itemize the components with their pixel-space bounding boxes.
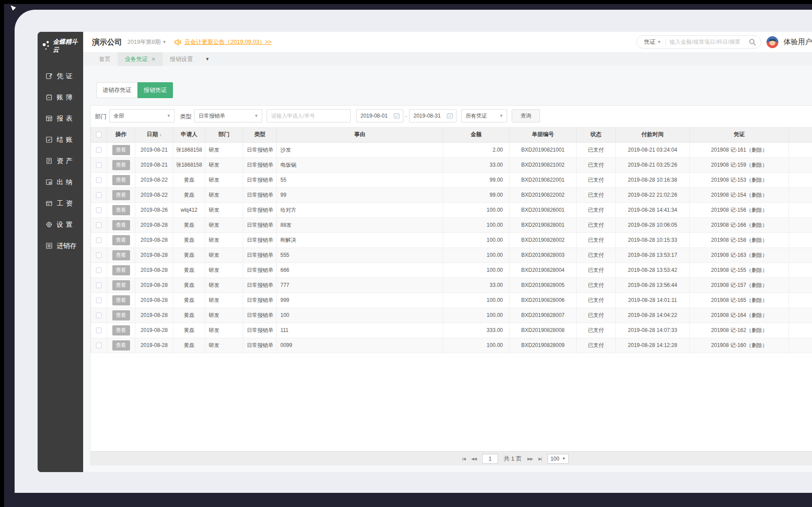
- next-page-icon[interactable]: ▶▶: [528, 457, 533, 461]
- row-checkbox[interactable]: [96, 343, 102, 348]
- page-number-input[interactable]: [482, 454, 498, 464]
- sort-desc-icon[interactable]: ↓: [159, 132, 161, 137]
- view-button[interactable]: 查看: [112, 250, 130, 260]
- select-all-checkbox[interactable]: [96, 132, 102, 137]
- row-checkbox[interactable]: [96, 177, 102, 183]
- view-button[interactable]: 查看: [112, 340, 130, 351]
- voucher-state-select[interactable]: 所有凭证▼: [461, 109, 507, 122]
- cell: 201908 记-162（删除）: [690, 323, 789, 338]
- row-checkbox[interactable]: [96, 147, 102, 153]
- view-button[interactable]: 查看: [112, 220, 130, 230]
- sidebar-item-asset[interactable]: 资产: [38, 150, 83, 172]
- sidebar-item-closing[interactable]: 结账: [38, 129, 83, 150]
- cell: 201908 记-165（删除）: [690, 293, 789, 308]
- voucher-type-switch: 进销存凭证 报销凭证: [96, 82, 173, 98]
- cell: 100.00: [443, 308, 509, 323]
- close-icon[interactable]: ✕: [151, 56, 156, 62]
- view-button[interactable]: 查看: [112, 190, 130, 200]
- view-button[interactable]: 查看: [112, 295, 130, 305]
- tab-0[interactable]: 首页: [92, 52, 118, 66]
- cell: 2019-08-22: [135, 187, 173, 202]
- cell: 黄磊: [173, 293, 205, 308]
- row-checkbox[interactable]: [96, 222, 102, 228]
- chevron-down-icon[interactable]: ▼: [657, 40, 661, 44]
- cell: 201908 记-161（删除）: [690, 142, 789, 157]
- cell-filler: [789, 142, 812, 157]
- row-select-cell: [91, 323, 107, 338]
- last-page-icon[interactable]: ▶|: [538, 457, 541, 461]
- sidebar-item-report[interactable]: 报表: [38, 108, 83, 129]
- search-icon[interactable]: [749, 38, 756, 46]
- sidebar-item-cashier[interactable]: 出纳: [38, 172, 83, 193]
- col-header: 申请人: [173, 127, 205, 142]
- row-checkbox[interactable]: [96, 207, 102, 213]
- row-checkbox[interactable]: [96, 252, 102, 258]
- view-button[interactable]: 查看: [112, 235, 130, 245]
- applicant-search-input[interactable]: [271, 113, 346, 119]
- sidebar-item-label: 设置: [57, 221, 75, 229]
- date-from-picker[interactable]: 2019-08-01: [356, 109, 403, 122]
- cell: 100.00: [443, 248, 509, 263]
- view-button[interactable]: 查看: [112, 205, 130, 215]
- search-scope-select[interactable]: 凭证: [644, 38, 655, 46]
- cell: 研发: [205, 263, 243, 278]
- page-size-select[interactable]: 100▼: [548, 454, 569, 464]
- row-select-cell: [91, 142, 107, 157]
- cell: 100: [277, 308, 443, 323]
- type-select[interactable]: 日常报销单▼: [194, 109, 262, 122]
- app-window: 金蝶精斗云 凭证账簿报表结账资产出纳工资设置进销存 演示公司 2019年第8期 …: [15, 10, 812, 493]
- cell: 已支付: [577, 172, 616, 187]
- period-selector[interactable]: 2019年第8期: [127, 38, 161, 46]
- voucher-icon: [46, 72, 53, 80]
- view-button[interactable]: 查看: [112, 265, 130, 275]
- chevron-down-icon[interactable]: ▼: [162, 40, 166, 44]
- table-row: 查看2019-08-26wlq412研发日常报销单给对方100.00BXD201…: [91, 202, 812, 217]
- view-button[interactable]: 查看: [112, 160, 130, 170]
- tab-1[interactable]: 业务凭证✕: [118, 52, 163, 66]
- row-checkbox[interactable]: [96, 297, 102, 303]
- sidebar-item-settings[interactable]: 设置: [38, 214, 83, 235]
- row-action-cell: 查看: [107, 217, 135, 233]
- tab-purchase-sale-voucher[interactable]: 进销存凭证: [96, 82, 138, 98]
- cell: 已支付: [577, 217, 616, 233]
- tab-2[interactable]: 报销设置: [163, 52, 200, 66]
- tab-list-caret-icon[interactable]: ▼: [200, 52, 215, 66]
- sidebar-item-payroll[interactable]: 工资: [38, 193, 83, 214]
- table-row: 查看2019-08-28黄磊研发日常报销单111333.00BXD2019082…: [91, 323, 812, 338]
- row-checkbox[interactable]: [96, 328, 102, 333]
- cell: 201908 记-160（删除）: [690, 338, 789, 353]
- row-checkbox[interactable]: [96, 237, 102, 243]
- view-button[interactable]: 查看: [112, 280, 130, 290]
- cell: 已支付: [577, 278, 616, 293]
- announcement-link[interactable]: 云会计更新公告（2019.09.03）>>: [184, 38, 272, 46]
- cell: wlq412: [173, 202, 205, 217]
- row-checkbox[interactable]: [96, 192, 102, 198]
- view-button[interactable]: 查看: [112, 175, 130, 185]
- calendar-icon: [447, 113, 453, 119]
- col-header: 凭证: [690, 127, 789, 142]
- row-checkbox[interactable]: [96, 267, 102, 273]
- prev-page-icon[interactable]: ◀◀: [471, 457, 476, 461]
- tab-expense-voucher[interactable]: 报销凭证: [138, 82, 173, 98]
- cell-filler: [789, 233, 812, 248]
- dept-select[interactable]: 全部▼: [109, 109, 175, 122]
- cell: 研发: [205, 202, 243, 217]
- date-to-picker[interactable]: 2019-08-31: [409, 109, 456, 122]
- query-button[interactable]: 查询: [512, 109, 540, 122]
- sidebar-item-voucher[interactable]: 凭证: [38, 65, 83, 87]
- applicant-search-box[interactable]: [267, 109, 351, 122]
- avatar[interactable]: [766, 36, 778, 48]
- row-checkbox[interactable]: [96, 313, 102, 318]
- row-checkbox[interactable]: [96, 162, 102, 168]
- filter-bar: 部门 全部▼ 类型 日常报销单▼ 2019-08-01 - 2019-08-31: [91, 109, 812, 122]
- sidebar-item-ledger[interactable]: 账簿: [38, 87, 83, 108]
- view-button[interactable]: 查看: [112, 325, 130, 335]
- row-checkbox[interactable]: [96, 282, 102, 288]
- view-button[interactable]: 查看: [112, 310, 130, 320]
- sidebar-item-inventory[interactable]: 进销存: [38, 235, 83, 256]
- view-button[interactable]: 查看: [112, 145, 130, 155]
- cell: BXD20190828008: [509, 323, 577, 338]
- search-input[interactable]: 输入金额/核算项目/科目/摘要: [670, 38, 749, 46]
- first-page-icon[interactable]: |◀: [462, 457, 465, 461]
- global-search[interactable]: 凭证 ▼ 输入金额/核算项目/科目/摘要: [636, 35, 761, 49]
